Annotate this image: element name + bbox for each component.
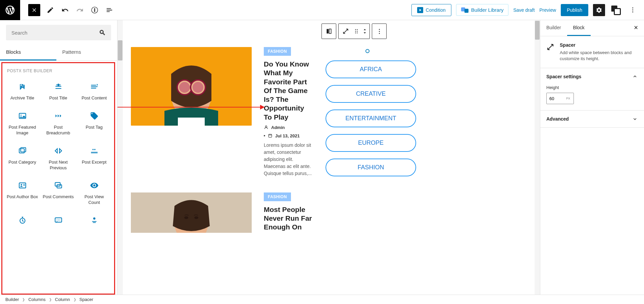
condition-label: Condition xyxy=(426,7,446,13)
condition-icon xyxy=(417,7,423,13)
svg-point-13 xyxy=(56,220,57,220)
block-post-content[interactable]: Post Content xyxy=(76,77,112,106)
tab-patterns[interactable]: Patterns xyxy=(56,45,117,60)
library-label: Builder Library xyxy=(471,7,504,13)
block-type-button[interactable] xyxy=(322,24,336,39)
inserter-panel: Blocks Patterns POSTX SITE BUILDER AArch… xyxy=(0,20,117,295)
canvas-right-scroll[interactable] xyxy=(535,20,540,295)
tab-block[interactable]: Block xyxy=(567,20,591,36)
block-view-count[interactable]: Post View Count xyxy=(76,176,112,211)
blocks-grid: AArchive Title Post Title Post Content P… xyxy=(4,77,112,234)
height-unit: PX xyxy=(566,97,572,100)
post-body-1: FASHION Do You Know What My Favorite Par… xyxy=(264,47,313,177)
layers-button[interactable] xyxy=(610,4,622,16)
resize-button[interactable] xyxy=(339,24,353,39)
svg-point-30 xyxy=(193,82,203,93)
svg-point-4 xyxy=(20,115,21,116)
editor-tools xyxy=(44,4,115,16)
wordpress-logo[interactable] xyxy=(0,0,20,20)
block-breadcrumb[interactable]: Post Breadcrumb xyxy=(40,106,76,141)
block-author-box[interactable]: Post Author Box xyxy=(4,176,40,211)
search-input[interactable] xyxy=(11,30,99,36)
svg-point-19 xyxy=(355,29,356,30)
category-pill-0[interactable]: AFRICA xyxy=(326,60,416,78)
more-options-button[interactable] xyxy=(627,4,639,16)
svg-rect-33 xyxy=(268,134,271,137)
publish-button[interactable]: Publish xyxy=(561,4,588,16)
preview-link[interactable]: Preview xyxy=(539,7,556,13)
block-search xyxy=(6,25,111,40)
block-post-category[interactable]: Post Category xyxy=(4,141,40,176)
editor-canvas: FASHION Do You Know What My Favorite Par… xyxy=(117,20,540,295)
category-pill-2[interactable]: ENTERTAINMENT xyxy=(326,110,416,127)
category-pill-1[interactable]: CREATIVE xyxy=(326,85,416,103)
close-settings-button[interactable] xyxy=(628,21,644,35)
block-item-extra-2[interactable] xyxy=(40,211,76,234)
settings-button[interactable] xyxy=(593,4,605,16)
post-row-2: FASHION Most People Never Run Far Enough… xyxy=(131,192,531,233)
category-pill-4[interactable]: FASHION xyxy=(326,159,416,176)
selection-handle[interactable] xyxy=(365,49,369,53)
post-title-1: Do You Know What My Favorite Part Of The… xyxy=(264,60,313,122)
crumb-0[interactable]: Builder xyxy=(5,297,19,302)
move-up-down[interactable] xyxy=(360,24,369,39)
svg-point-14 xyxy=(58,220,58,220)
block-post-tag[interactable]: Post Tag xyxy=(76,106,112,141)
block-options[interactable] xyxy=(372,24,386,39)
svg-point-21 xyxy=(355,31,356,32)
svg-point-16 xyxy=(93,218,95,220)
crumb-3[interactable]: Spacer xyxy=(80,297,93,302)
height-input-wrapper: PX xyxy=(546,93,574,104)
block-item-extra-1[interactable] xyxy=(4,211,40,234)
builder-library-button[interactable]: Builder Library xyxy=(456,4,509,16)
canvas-left-scroll[interactable] xyxy=(117,20,123,295)
block-post-excerpt[interactable]: Post Excerpt xyxy=(76,141,112,176)
svg-rect-6 xyxy=(20,147,26,152)
svg-rect-1 xyxy=(614,8,621,14)
post-category-badge-2[interactable]: FASHION xyxy=(264,192,291,201)
edit-tool[interactable] xyxy=(44,4,56,16)
post-title-2: Most People Never Run Far Enough On xyxy=(264,205,313,232)
list-view-button[interactable] xyxy=(103,4,115,16)
post-category-badge[interactable]: FASHION xyxy=(264,47,291,56)
block-name: Spacer xyxy=(560,42,638,48)
tab-blocks[interactable]: Blocks xyxy=(0,45,56,60)
svg-point-15 xyxy=(59,220,60,220)
advanced-header[interactable]: Advanced xyxy=(540,111,644,127)
chevron-down-icon xyxy=(632,116,638,122)
svg-point-29 xyxy=(179,82,190,93)
undo-button[interactable] xyxy=(59,4,71,16)
block-archive-title[interactable]: AArchive Title xyxy=(4,77,40,106)
svg-point-8 xyxy=(20,184,22,185)
block-post-title[interactable]: Post Title xyxy=(40,77,76,106)
post-date-meta: Jul 13, 2021 xyxy=(264,133,313,138)
category-pill-3[interactable]: EUROPE xyxy=(326,134,416,152)
settings-panel: Builder Block Spacer Add white space bet… xyxy=(540,20,644,295)
crumb-1[interactable]: Columns xyxy=(28,297,45,302)
drag-handle[interactable] xyxy=(353,24,360,39)
block-featured-image[interactable]: Post Featured Image xyxy=(4,106,40,141)
block-comments[interactable]: Post Comments xyxy=(40,176,76,211)
block-item-extra-3[interactable] xyxy=(76,211,112,234)
svg-point-36 xyxy=(184,216,188,219)
svg-rect-31 xyxy=(178,118,205,126)
svg-point-32 xyxy=(265,126,267,128)
annotation-arrow xyxy=(117,107,264,107)
top-right-actions: Condition Builder Library Save draft Pre… xyxy=(411,4,644,16)
tab-builder[interactable]: Builder xyxy=(540,20,567,36)
advanced-section: Advanced xyxy=(540,111,644,128)
spacer-settings-section: Spacer settings Height PX xyxy=(540,68,644,111)
spacer-settings-header[interactable]: Spacer settings xyxy=(540,68,644,85)
height-input[interactable] xyxy=(547,96,563,101)
post-featured-image-2 xyxy=(131,192,252,233)
close-inserter-button[interactable] xyxy=(28,4,40,16)
condition-button[interactable]: Condition xyxy=(411,4,451,16)
category-sidebar: AFRICA CREATIVE ENTERTAINMENT EUROPE FAS… xyxy=(326,47,416,177)
svg-point-37 xyxy=(194,216,198,219)
block-next-previous[interactable]: Post Next Previous xyxy=(40,141,76,176)
save-draft-link[interactable]: Save draft xyxy=(513,7,535,13)
info-button[interactable] xyxy=(89,4,101,16)
redo-button[interactable] xyxy=(74,4,86,16)
post-author-meta: Admin xyxy=(264,125,313,130)
crumb-2[interactable]: Column xyxy=(55,297,70,302)
